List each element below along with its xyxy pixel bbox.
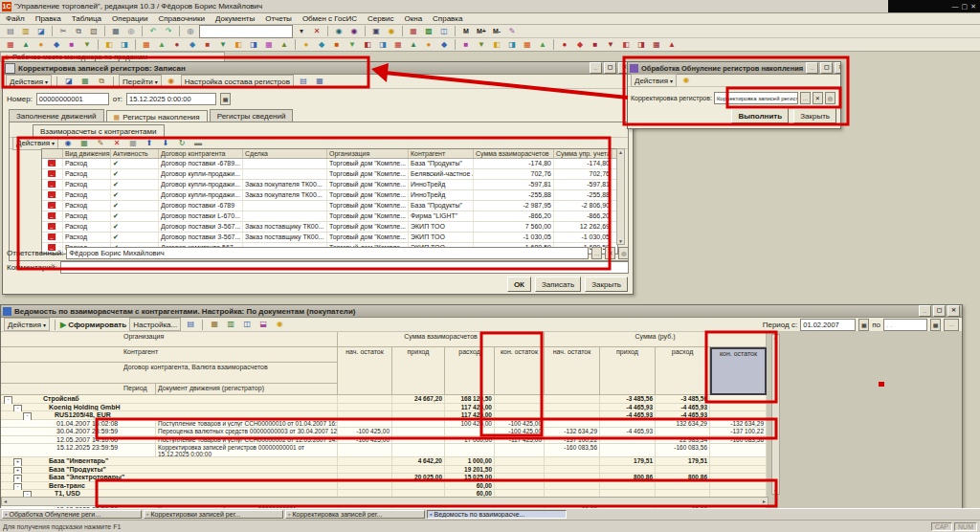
windows-icon[interactable]: ▣ — [369, 25, 383, 38]
memory-button-M[interactable]: M — [459, 25, 473, 38]
save-icon[interactable]: ◪ — [62, 75, 76, 88]
report-row[interactable]: 01.04.2007 16:02:08Поступление товаров и… — [1, 420, 767, 429]
header-kon-rub[interactable]: кон. остаток — [710, 347, 767, 395]
grid-column-header[interactable]: Сумма упр. учета — [554, 149, 612, 158]
table-row[interactable]: −Расход✔Договор поставки -6789Торговый д… — [42, 201, 617, 211]
grid-column-header[interactable] — [42, 149, 63, 158]
journal-icon-24[interactable]: ◨ — [376, 38, 390, 52]
crm-icon-4[interactable]: ▼ — [604, 38, 617, 52]
journal-icon-33[interactable]: ▦ — [521, 38, 534, 52]
open-icon[interactable]: ◎ — [618, 247, 629, 259]
close-button[interactable]: Закрыть — [793, 108, 836, 123]
journal-icon-34[interactable]: ▲ — [536, 38, 549, 52]
minimize-icon[interactable]: — — [952, 3, 959, 10]
comment-field[interactable] — [60, 261, 629, 274]
button-закрыть[interactable]: Закрыть — [585, 277, 628, 292]
report-row[interactable]: Вега-транс60,00 — [1, 482, 767, 491]
correction-title-bar[interactable]: Корректировка записей регистров: Записан… — [3, 62, 633, 75]
find-icon[interactable]: ◉ — [332, 25, 345, 38]
copy-icon[interactable]: ⧉ — [95, 75, 108, 88]
journal-icon-4[interactable]: ◆ — [50, 38, 63, 52]
undo-icon[interactable]: ↶ — [146, 25, 160, 38]
crm-icon-7[interactable]: ▦ — [650, 38, 663, 52]
button-записать[interactable]: Записать — [535, 277, 581, 292]
report-row[interactable]: 30.04.2007 23:59:59Переоценка валютных с… — [1, 428, 767, 436]
task-button-3[interactable]: ▪Корректировка записей рег... — [285, 510, 425, 519]
register-field[interactable]: Корректировка записей регистров 00 — [714, 92, 798, 104]
quick-search-input[interactable] — [199, 25, 293, 38]
format-brush-icon[interactable]: ✎ — [505, 25, 519, 38]
copy-icon[interactable]: ⧉ — [72, 25, 85, 38]
settings-button[interactable]: Настройка... — [129, 318, 181, 331]
calendar-icon[interactable]: ▦ — [858, 319, 869, 331]
journal-icon-13[interactable]: ■ — [201, 38, 214, 52]
dropdown-icon[interactable]: ▾ — [295, 25, 308, 38]
table-row[interactable]: −Расход✔Договор поставки -6789...Торговы… — [42, 159, 617, 169]
journal-icon-6[interactable]: ▼ — [80, 38, 94, 52]
table-row[interactable]: −Расход✔Договор поставки L-670...Торговы… — [42, 211, 617, 222]
search-icon[interactable]: ◎ — [184, 25, 197, 38]
menu-справка[interactable]: Справка — [433, 14, 462, 23]
grid2-icon[interactable]: ▦ — [313, 75, 326, 88]
table-row[interactable]: −Расход✔Договор купли-продажи...Заказ по… — [42, 180, 617, 190]
report-row[interactable]: 12.05.2007 14:10:00Поступление товаров и… — [1, 436, 767, 445]
table-icon[interactable]: ▥ — [224, 318, 237, 331]
clear-search-icon[interactable]: ✕ — [310, 25, 323, 38]
minimize-icon[interactable]: _ — [806, 62, 818, 74]
table-icon[interactable]: ▦ — [407, 25, 420, 38]
date-field[interactable]: 15.12.2025 0:00:00 — [126, 93, 216, 105]
journal-icon-22[interactable]: ▼ — [345, 38, 359, 52]
find-next-icon[interactable]: ◉ — [347, 25, 361, 38]
grid-column-header[interactable]: Вид движения — [63, 149, 111, 158]
save-variant-icon[interactable]: ◫ — [240, 318, 254, 331]
task-button-1[interactable]: ▪Обработка Обнуление реги... — [2, 510, 142, 519]
info-icon[interactable]: ◉ — [385, 25, 398, 38]
grid-column-header[interactable]: Договор контрагента — [159, 149, 243, 158]
report-row[interactable]: RUS1205/48, EUR117 425,00-4 465,93-4 465… — [1, 411, 767, 420]
journal-icon-19[interactable]: ● — [300, 38, 313, 52]
journal-icon-27[interactable]: ● — [422, 38, 435, 52]
crm-icon-8[interactable]: ▲ — [665, 38, 679, 52]
button-ок[interactable]: ОК — [507, 277, 531, 292]
table-row[interactable]: −Расход✔Договор поставки З-567...Заказ п… — [42, 233, 617, 243]
close-icon[interactable]: ✕ — [835, 62, 840, 74]
grid-column-header[interactable]: Сумма взаиморасчетов — [474, 149, 554, 158]
report-row[interactable]: Koenig Holding GmbH117 425,00-4 465,93-4… — [1, 404, 767, 412]
clear-icon[interactable]: ✕ — [605, 247, 615, 259]
responsible-field[interactable]: Фёдоров Борис Михайлович — [66, 247, 589, 259]
tab-заполнение-движений[interactable]: Заполнение движений — [9, 109, 104, 122]
table-row[interactable]: −Расход✔Договор купли-продажи...Заказ по… — [42, 190, 617, 201]
journal-icon-25[interactable]: ▦ — [391, 38, 405, 52]
grid-icon[interactable]: ▤ — [297, 75, 310, 88]
journal-icon-26[interactable]: ▲ — [407, 38, 420, 52]
print-icon[interactable]: ▦ — [109, 25, 122, 38]
close-icon[interactable]: ✕ — [970, 3, 976, 10]
menu-отчеты[interactable]: Отчеты — [265, 14, 292, 23]
journal-icon-9[interactable]: ▦ — [140, 38, 153, 52]
journal-icon-15[interactable]: ◧ — [232, 38, 245, 52]
journal-icon-14[interactable]: ▼ — [216, 38, 230, 52]
maximize-icon[interactable]: ▢ — [962, 3, 969, 10]
grid-vertical-scrollbar[interactable]: ▲▼ — [616, 148, 625, 245]
choose-icon[interactable]: … — [591, 247, 602, 259]
report-row[interactable]: База "Инвентарь"4 642,201 000,00179,5117… — [1, 457, 767, 466]
redo-icon[interactable]: ↷ — [162, 25, 175, 38]
menu-документы[interactable]: Документы — [215, 14, 255, 23]
actions-button[interactable]: Действия▾ — [631, 74, 677, 87]
grid-column-header[interactable]: Организация — [327, 149, 409, 158]
help-icon[interactable]: ◉ — [273, 318, 286, 331]
grid-column-header[interactable]: Сделка — [243, 149, 327, 158]
journal-icon-8[interactable]: ◨ — [118, 38, 131, 52]
journal-icon-10[interactable]: ▲ — [155, 38, 168, 52]
journal-icon-29[interactable]: ■ — [459, 38, 473, 52]
crm-icon-5[interactable]: ◧ — [619, 38, 633, 52]
menu-файл[interactable]: Файл — [6, 14, 25, 23]
period-from-field[interactable]: 01.02.2007 — [800, 319, 856, 331]
report-horizontal-scrollbar[interactable]: ◄► — [1, 497, 768, 506]
menu-таблица[interactable]: Таблица — [72, 14, 101, 23]
maximize-icon[interactable]: ▢ — [604, 62, 616, 74]
task-button-4[interactable]: ▪Ведомость по взаиморасче... — [427, 510, 567, 519]
choose-icon[interactable]: … — [800, 92, 811, 104]
new-icon[interactable]: ▤ — [4, 25, 17, 38]
task-button-2[interactable]: ▪Корректировки записей рег... — [144, 510, 283, 519]
